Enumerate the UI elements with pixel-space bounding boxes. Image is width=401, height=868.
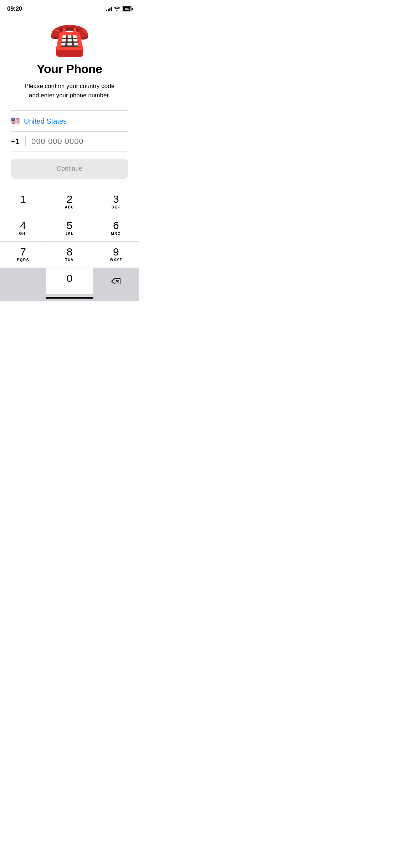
numpad-key-2[interactable]: 2ABC xyxy=(46,189,92,215)
key-number: 1 xyxy=(20,194,26,205)
key-number: 7 xyxy=(20,247,26,257)
key-number: 6 xyxy=(113,220,119,231)
numpad-key-1[interactable]: 1 xyxy=(0,189,46,215)
key-letters: ABC xyxy=(65,205,74,210)
phone-icon: ☎️ xyxy=(50,21,89,57)
numpad-backspace[interactable] xyxy=(93,268,139,294)
numpad-empty xyxy=(0,268,46,294)
key-number: 2 xyxy=(67,194,73,205)
page-subtitle: Please confirm your country codeand ente… xyxy=(25,82,114,100)
status-time: 09:20 xyxy=(7,5,22,12)
continue-button[interactable]: Continue xyxy=(11,159,128,179)
phone-input-row: +1 xyxy=(11,131,128,151)
key-letters: DEF xyxy=(112,205,120,210)
key-number: 0 xyxy=(67,273,73,284)
numpad-key-4[interactable]: 4GHI xyxy=(0,215,46,241)
status-bar: 09:20 84 xyxy=(0,0,139,16)
signal-icon xyxy=(106,7,112,11)
country-selector[interactable]: 🇺🇸 United States xyxy=(11,111,128,131)
main-content: ☎️ Your Phone Please confirm your countr… xyxy=(0,16,139,189)
home-bar xyxy=(46,297,93,299)
country-flag: 🇺🇸 xyxy=(11,117,20,126)
numpad-key-6[interactable]: 6MNO xyxy=(93,215,139,241)
key-letters: TUV xyxy=(65,258,74,263)
backspace-icon xyxy=(111,278,121,285)
battery-icon: 84 xyxy=(122,6,132,11)
key-letters: GHI xyxy=(19,232,27,236)
key-letters: JKL xyxy=(65,232,73,236)
numpad-key-8[interactable]: 8TUV xyxy=(46,242,92,268)
key-letters: MNO xyxy=(111,232,121,236)
country-code: +1 xyxy=(11,137,26,146)
numpad-key-5[interactable]: 5JKL xyxy=(46,215,92,241)
status-icons: 84 xyxy=(106,6,132,12)
key-number: 5 xyxy=(67,220,73,231)
phone-icon-container: ☎️ xyxy=(50,23,89,55)
phone-number-input[interactable] xyxy=(26,137,129,146)
numpad-key-7[interactable]: 7PQRS xyxy=(0,242,46,268)
key-number: 9 xyxy=(113,247,119,257)
key-number: 3 xyxy=(113,194,119,205)
numpad-key-3[interactable]: 3DEF xyxy=(93,189,139,215)
country-name: United States xyxy=(24,117,67,125)
page-title: Your Phone xyxy=(37,62,102,76)
home-indicator xyxy=(0,294,139,301)
numpad-key-9[interactable]: 9WXYZ xyxy=(93,242,139,268)
wifi-icon xyxy=(114,6,120,12)
key-letters: PQRS xyxy=(17,258,29,263)
key-number: 4 xyxy=(20,220,26,231)
key-number: 8 xyxy=(67,247,73,257)
numpad: 12ABC3DEF4GHI5JKL6MNO7PQRS8TUV9WXYZ0 xyxy=(0,189,139,294)
numpad-key-0[interactable]: 0 xyxy=(46,268,92,294)
key-letters: WXYZ xyxy=(110,258,122,263)
